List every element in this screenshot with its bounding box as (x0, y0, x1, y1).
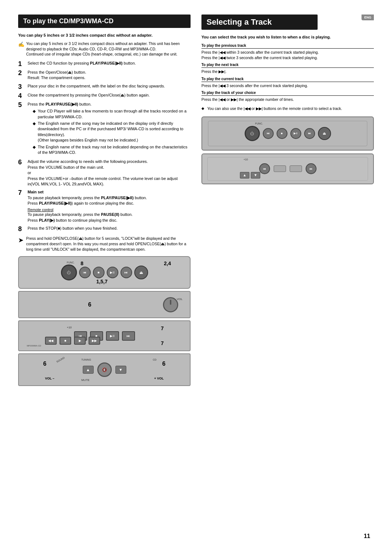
playpause-track-btn: ▶II (106, 331, 119, 341)
up-arrow-btn: ▲ (83, 366, 94, 374)
sub-section-text-next: Press the ▶▶|. (201, 69, 374, 74)
prev-btn-icon: ⏮ (79, 267, 91, 278)
note-box-1: ✍ You can play 5 inches or 3 1/2 inches … (18, 41, 191, 57)
lock-note: ➤ Press and hold OPEN/CLOSE(⏏) button fo… (18, 236, 191, 252)
right-remote-content: +10 ⏮ ⏭ ▲ ▼ (207, 157, 368, 181)
right-func-label: FUNC. (255, 122, 263, 125)
step-item-4: 4 Close the compartment by pressing the … (18, 93, 191, 99)
step-content-7: Main set To pause playback temporarily, … (28, 189, 147, 223)
sub-section-text-current: Press the |◀◀ 3 seconds after the curren… (201, 83, 374, 89)
remote-control-label: Remote control (28, 208, 53, 212)
device-panel-2: VOL 6 (18, 291, 191, 318)
bullet-text-5-1: Your CD Player will take a few moments t… (38, 108, 191, 120)
sub-section-title-choice: To play the track of your choice (201, 91, 374, 96)
panel-3-content: +10 ⏮ ■ ▶II ⏭ ◀◀ ■ ▶ ▶▶ 7 7 MP3/WMA-CD (23, 324, 185, 348)
num-label-6: 6 (88, 301, 91, 308)
step-text-7-remote: To pause playback temporarily, press the… (28, 212, 132, 222)
sub-section-text-prev: Press the |◀◀ within 3 seconds after the… (201, 50, 374, 61)
next-btn-icon: ⏭ (121, 267, 132, 278)
left-section-header: To play the CD/MP3/WMA-CD (18, 15, 191, 28)
right-stop-btn-icon: ■ (277, 128, 287, 139)
bullet-item-5-3: ◆ The English name of the track may not … (33, 144, 191, 156)
step-item-3: 3 Place your disc in the compartment, wi… (18, 83, 191, 90)
right-power-btn-icon: ⏻ (245, 126, 260, 141)
num-label-6-panel4b: 6 (162, 361, 166, 367)
page-number: 11 (364, 533, 370, 539)
vol-knob-icon (163, 297, 178, 312)
step-item-6: 6 Adjust the volume according to needs w… (18, 159, 191, 187)
bullet-text-5-2: The English name of the song may be indi… (38, 121, 191, 143)
step-list: 1 Select the CD function by pressing PLA… (18, 61, 191, 232)
right-play-btn-icon: ▶II (290, 128, 301, 139)
step-number-5: 5 (18, 102, 25, 108)
remote-down-arrow: ▼ (251, 172, 260, 178)
num-label-157: 1,5,7 (96, 279, 107, 284)
right-eject-btn-icon: ⏏ (318, 127, 331, 140)
bullet-list-5: ◆ Your CD Player will take a few moments… (33, 108, 191, 155)
bullet-item-5-2: ◆ The English name of the song may be in… (33, 121, 191, 143)
right-intro-bold: You can select the track you wish to lis… (201, 35, 374, 39)
sub-section-current: To play the current track Press the |◀◀ … (201, 77, 374, 89)
sub-section-title-prev: To play the previous track (201, 44, 374, 49)
right-plus10-label: +10 (244, 158, 248, 161)
power-button-icon: ⏻ (61, 264, 77, 280)
stop2-btn: ■ (60, 337, 71, 345)
bottom-panels: ⏻ FUNC. ⏮ ■ ▶II ⏭ ⏏ 8 2,4 1,5,7 (18, 256, 191, 386)
diamond-note-text: You can also use the |◀◀ or ▶▶| buttons … (207, 106, 342, 111)
page-container: To play the CD/MP3/WMA-CD You can play 5… (18, 15, 374, 388)
remote-up-arrow: ▲ (240, 172, 249, 178)
note-text-1: You can play 5 inches or 3 1/2 inches co… (26, 41, 191, 57)
fwd-btn: ▶▶ (89, 337, 100, 345)
bullet-item-5-1: ◆ Your CD Player will take a few moments… (33, 108, 191, 120)
step-content-5: Press the PLAY/PAUSE(▶II) button. ◆ Your… (28, 102, 191, 157)
sound-label: SOUND (56, 356, 65, 363)
vol-minus-label: VOL – (45, 377, 54, 380)
sub-section-next: To play the next track Press the ▶▶|. (201, 63, 374, 74)
right-section-header: Selecting a Track (201, 15, 318, 30)
step-text-4: Close the compartment by pressing the Op… (28, 93, 191, 98)
playpause-btn-icon: ▶II (107, 267, 118, 278)
eject-btn-icon: ⏏ (134, 266, 148, 279)
vol-plus-label: + VOL (154, 377, 164, 380)
step-number-7: 7 (18, 189, 25, 196)
left-intro-bold: You can play 5 inches or 3 1/2 inches co… (18, 33, 191, 37)
remote-prev-btn: ⏮ (259, 163, 270, 174)
cd-label: CD (153, 358, 156, 361)
right-column: Selecting a Track ENG You can select the… (201, 15, 374, 388)
sub-section-text-choice: Press the |◀◀ or ▶▶| the appropriate num… (201, 97, 374, 102)
plus10-label: +10 (67, 326, 72, 329)
rew-btn: ◀◀ (45, 337, 57, 345)
device-panel-3: +10 ⏮ ■ ▶II ⏭ ◀◀ ■ ▶ ▶▶ 7 7 MP3/WMA-CD (18, 320, 191, 351)
device-panel-1: ⏻ FUNC. ⏮ ■ ▶II ⏭ ⏏ 8 2,4 1,5,7 (18, 256, 191, 289)
right-device-panel-1: ⏻ FUNC. ⏮ ■ ▶II ⏭ ⏏ (201, 116, 374, 151)
sub-section-title-current: To play the current track (201, 77, 374, 82)
step-text-1: Select the CD function by pressing PLAY/… (28, 61, 191, 66)
note-icon: ✍ (18, 41, 24, 57)
diamond-icon: ◆ (201, 106, 205, 111)
step-number-1: 1 (18, 61, 25, 67)
panel-4-content: SOUND TUNING CD ▲ 🔇 ▼ VOL – MUTE + VOL 6… (23, 357, 185, 382)
lock-arrow-icon: ➤ (18, 236, 24, 252)
bullet-text-5-3: The English name of the track may not be… (38, 144, 191, 156)
step-number-2: 2 (18, 70, 25, 76)
eng-badge: ENG (362, 15, 374, 20)
num-label-24: 2,4 (164, 260, 171, 266)
vol-label: VOL (177, 297, 183, 301)
remote-rect-btn-1 (274, 165, 286, 172)
step-number-3: 3 (18, 83, 25, 90)
next-track-btn: ⏭ (122, 331, 135, 341)
step-text-7-main: To pause playback temporarily, press the… (28, 196, 147, 205)
stop-btn-icon: ■ (93, 267, 105, 278)
num-label-7a: 7 (161, 325, 164, 331)
step-item-8: 8 Press the STOP(■) button when you have… (18, 226, 191, 232)
step-text-8: Press the STOP(■) button when you have f… (28, 226, 191, 231)
right-panel-1-content: ⏻ FUNC. ⏮ ■ ▶II ⏭ ⏏ (208, 121, 367, 146)
step-number-8: 8 (18, 226, 25, 232)
num-label-7b: 7 (161, 340, 164, 346)
center-knob-icon: 🔇 (97, 362, 112, 377)
right-prev-btn-icon: ⏮ (263, 128, 274, 139)
right-remote-panel: +10 ⏮ ⏭ ▲ ▼ (201, 153, 374, 184)
mute-label: MUTE (81, 378, 90, 382)
step-item-2: 2 Press the Open/Close(⏏) button.Result:… (18, 70, 191, 81)
step-text-2: Press the Open/Close(⏏) button.Result: T… (28, 70, 191, 81)
